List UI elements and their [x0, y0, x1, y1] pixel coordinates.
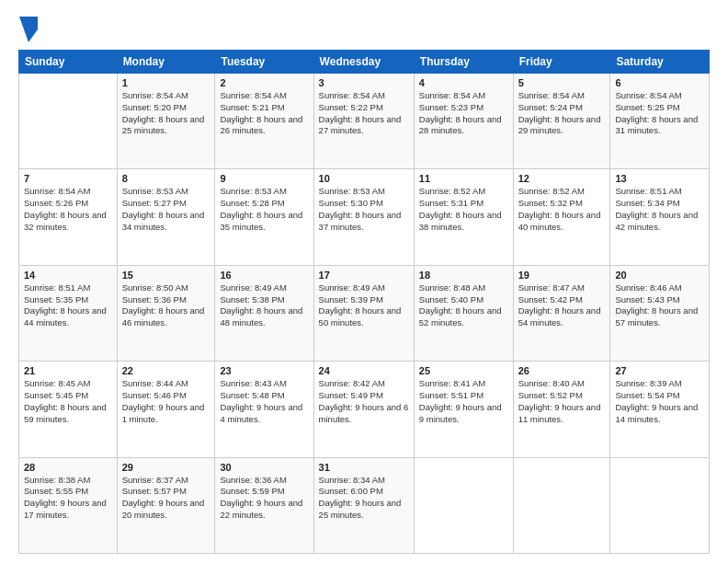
calendar-header-monday: Monday — [117, 51, 215, 74]
day-info: Sunrise: 8:54 AMSunset: 5:26 PMDaylight:… — [24, 186, 112, 233]
calendar-cell: 19Sunrise: 8:47 AMSunset: 5:42 PMDayligh… — [513, 265, 610, 361]
day-info: Sunrise: 8:53 AMSunset: 5:27 PMDaylight:… — [122, 186, 210, 233]
calendar-cell: 12Sunrise: 8:52 AMSunset: 5:32 PMDayligh… — [513, 169, 610, 265]
calendar-cell: 24Sunrise: 8:42 AMSunset: 5:49 PMDayligh… — [313, 362, 414, 457]
calendar-cell: 5Sunrise: 8:54 AMSunset: 5:24 PMDaylight… — [513, 74, 610, 169]
day-info: Sunrise: 8:51 AMSunset: 5:35 PMDaylight:… — [24, 282, 112, 329]
day-info: Sunrise: 8:50 AMSunset: 5:36 PMDaylight:… — [122, 282, 210, 329]
calendar-cell: 7Sunrise: 8:54 AMSunset: 5:26 PMDaylight… — [19, 169, 118, 265]
calendar-cell: 27Sunrise: 8:39 AMSunset: 5:54 PMDayligh… — [610, 362, 710, 457]
calendar-header-friday: Friday — [513, 51, 610, 74]
day-info: Sunrise: 8:51 AMSunset: 5:34 PMDaylight:… — [615, 186, 704, 233]
day-info: Sunrise: 8:54 AMSunset: 5:25 PMDaylight:… — [615, 90, 704, 137]
day-number: 29 — [122, 462, 210, 473]
logo — [18, 17, 38, 42]
day-number: 26 — [518, 365, 606, 376]
calendar-cell: 31Sunrise: 8:34 AMSunset: 6:00 PMDayligh… — [313, 457, 414, 553]
day-number: 3 — [319, 77, 409, 88]
day-number: 5 — [518, 77, 606, 88]
calendar-cell — [610, 457, 710, 553]
day-info: Sunrise: 8:46 AMSunset: 5:43 PMDaylight:… — [615, 282, 704, 329]
day-number: 21 — [24, 365, 112, 376]
calendar-cell: 20Sunrise: 8:46 AMSunset: 5:43 PMDayligh… — [610, 265, 710, 361]
calendar-cell: 2Sunrise: 8:54 AMSunset: 5:21 PMDaylight… — [215, 74, 313, 169]
day-info: Sunrise: 8:34 AMSunset: 6:00 PMDaylight:… — [319, 475, 409, 522]
calendar-week-row: 14Sunrise: 8:51 AMSunset: 5:35 PMDayligh… — [19, 265, 710, 361]
day-info: Sunrise: 8:54 AMSunset: 5:24 PMDaylight:… — [518, 90, 606, 137]
day-info: Sunrise: 8:37 AMSunset: 5:57 PMDaylight:… — [122, 475, 210, 522]
calendar-week-row: 1Sunrise: 8:54 AMSunset: 5:20 PMDaylight… — [19, 74, 710, 169]
calendar-cell: 28Sunrise: 8:38 AMSunset: 5:55 PMDayligh… — [19, 457, 118, 553]
day-info: Sunrise: 8:47 AMSunset: 5:42 PMDaylight:… — [518, 282, 606, 329]
calendar-header-tuesday: Tuesday — [215, 51, 313, 74]
day-info: Sunrise: 8:49 AMSunset: 5:39 PMDaylight:… — [319, 282, 409, 329]
day-number: 20 — [615, 270, 704, 281]
calendar-cell: 25Sunrise: 8:41 AMSunset: 5:51 PMDayligh… — [414, 362, 513, 457]
day-number: 18 — [419, 270, 508, 281]
calendar-cell: 26Sunrise: 8:40 AMSunset: 5:52 PMDayligh… — [513, 362, 610, 457]
calendar-cell: 13Sunrise: 8:51 AMSunset: 5:34 PMDayligh… — [610, 169, 710, 265]
calendar-week-row: 7Sunrise: 8:54 AMSunset: 5:26 PMDaylight… — [19, 169, 710, 265]
calendar-cell: 29Sunrise: 8:37 AMSunset: 5:57 PMDayligh… — [117, 457, 215, 553]
day-info: Sunrise: 8:42 AMSunset: 5:49 PMDaylight:… — [319, 378, 409, 425]
calendar-cell: 15Sunrise: 8:50 AMSunset: 5:36 PMDayligh… — [117, 265, 215, 361]
calendar-cell: 22Sunrise: 8:44 AMSunset: 5:46 PMDayligh… — [117, 362, 215, 457]
day-info: Sunrise: 8:53 AMSunset: 5:30 PMDaylight:… — [319, 186, 409, 233]
calendar-cell: 9Sunrise: 8:53 AMSunset: 5:28 PMDaylight… — [215, 169, 313, 265]
day-number: 19 — [518, 270, 606, 281]
day-info: Sunrise: 8:52 AMSunset: 5:31 PMDaylight:… — [419, 186, 508, 233]
day-number: 16 — [220, 270, 308, 281]
day-number: 22 — [122, 365, 210, 376]
day-info: Sunrise: 8:54 AMSunset: 5:20 PMDaylight:… — [122, 90, 210, 137]
day-info: Sunrise: 8:39 AMSunset: 5:54 PMDaylight:… — [615, 378, 704, 425]
calendar-week-row: 28Sunrise: 8:38 AMSunset: 5:55 PMDayligh… — [19, 457, 710, 553]
calendar-week-row: 21Sunrise: 8:45 AMSunset: 5:45 PMDayligh… — [19, 362, 710, 457]
day-info: Sunrise: 8:36 AMSunset: 5:59 PMDaylight:… — [220, 475, 308, 522]
day-number: 10 — [319, 173, 409, 184]
calendar-cell: 3Sunrise: 8:54 AMSunset: 5:22 PMDaylight… — [313, 74, 414, 169]
day-number: 27 — [615, 365, 704, 376]
calendar-header-row: SundayMondayTuesdayWednesdayThursdayFrid… — [19, 51, 710, 74]
day-number: 12 — [518, 173, 606, 184]
calendar-cell: 18Sunrise: 8:48 AMSunset: 5:40 PMDayligh… — [414, 265, 513, 361]
day-info: Sunrise: 8:40 AMSunset: 5:52 PMDaylight:… — [518, 378, 606, 425]
calendar-table: SundayMondayTuesdayWednesdayThursdayFrid… — [18, 50, 710, 554]
day-number: 7 — [24, 173, 112, 184]
calendar-cell: 10Sunrise: 8:53 AMSunset: 5:30 PMDayligh… — [313, 169, 414, 265]
day-info: Sunrise: 8:54 AMSunset: 5:22 PMDaylight:… — [319, 90, 409, 137]
day-number: 2 — [220, 77, 308, 88]
day-info: Sunrise: 8:48 AMSunset: 5:40 PMDaylight:… — [419, 282, 508, 329]
page: SundayMondayTuesdayWednesdayThursdayFrid… — [0, 0, 728, 563]
day-info: Sunrise: 8:43 AMSunset: 5:48 PMDaylight:… — [220, 378, 308, 425]
day-info: Sunrise: 8:54 AMSunset: 5:23 PMDaylight:… — [419, 90, 508, 137]
calendar-cell — [414, 457, 513, 553]
day-number: 31 — [319, 462, 409, 473]
calendar-header-thursday: Thursday — [414, 51, 513, 74]
calendar-header-wednesday: Wednesday — [313, 51, 414, 74]
day-number: 24 — [319, 365, 409, 376]
calendar-cell: 30Sunrise: 8:36 AMSunset: 5:59 PMDayligh… — [215, 457, 313, 553]
day-info: Sunrise: 8:41 AMSunset: 5:51 PMDaylight:… — [419, 378, 508, 425]
logo-icon — [19, 17, 38, 42]
day-number: 30 — [220, 462, 308, 473]
day-info: Sunrise: 8:45 AMSunset: 5:45 PMDaylight:… — [24, 378, 112, 425]
day-number: 28 — [24, 462, 112, 473]
svg-marker-0 — [19, 17, 38, 42]
calendar-cell: 1Sunrise: 8:54 AMSunset: 5:20 PMDaylight… — [117, 74, 215, 169]
calendar-cell: 8Sunrise: 8:53 AMSunset: 5:27 PMDaylight… — [117, 169, 215, 265]
calendar-cell — [513, 457, 610, 553]
day-info: Sunrise: 8:54 AMSunset: 5:21 PMDaylight:… — [220, 90, 308, 137]
day-number: 23 — [220, 365, 308, 376]
day-number: 17 — [319, 270, 409, 281]
calendar-cell: 4Sunrise: 8:54 AMSunset: 5:23 PMDaylight… — [414, 74, 513, 169]
calendar-cell: 17Sunrise: 8:49 AMSunset: 5:39 PMDayligh… — [313, 265, 414, 361]
calendar-cell — [19, 74, 118, 169]
day-info: Sunrise: 8:53 AMSunset: 5:28 PMDaylight:… — [220, 186, 308, 233]
day-number: 15 — [122, 270, 210, 281]
day-number: 25 — [419, 365, 508, 376]
calendar-cell: 16Sunrise: 8:49 AMSunset: 5:38 PMDayligh… — [215, 265, 313, 361]
header — [18, 17, 710, 42]
day-number: 8 — [122, 173, 210, 184]
calendar-cell: 11Sunrise: 8:52 AMSunset: 5:31 PMDayligh… — [414, 169, 513, 265]
day-info: Sunrise: 8:44 AMSunset: 5:46 PMDaylight:… — [122, 378, 210, 425]
